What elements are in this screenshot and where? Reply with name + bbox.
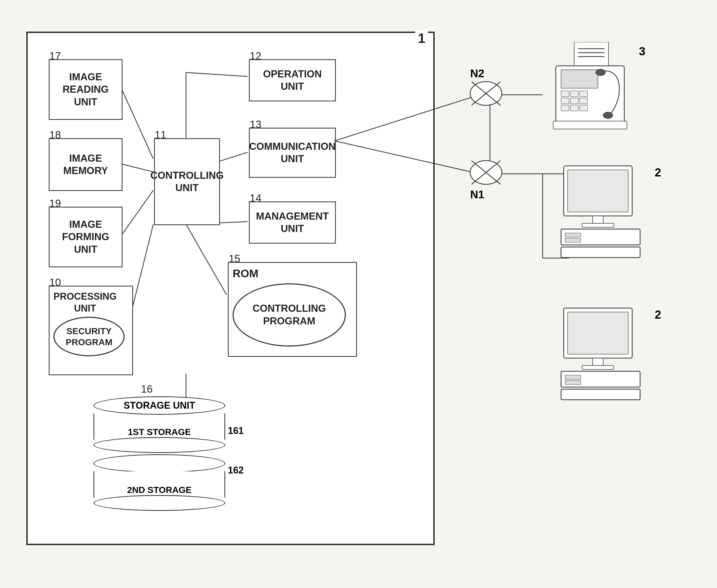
svg-line-5 (186, 72, 247, 76)
storage-2nd-bottom (94, 495, 225, 511)
image-forming-label: IMAGEFORMINGUNIT (62, 218, 109, 256)
operation-label: OPERATIONUNIT (263, 68, 322, 93)
svg-rect-32 (561, 91, 569, 97)
storage-1st-bottom (94, 437, 225, 453)
main-system-box: 1 17 (26, 31, 435, 545)
processing-label: PROCESSINGUNIT (54, 291, 117, 314)
svg-rect-53 (568, 312, 628, 354)
svg-rect-34 (579, 91, 588, 97)
svg-rect-46 (593, 216, 603, 224)
communication-unit: COMMUNICATIONUNIT (249, 128, 336, 178)
svg-rect-49 (565, 233, 581, 237)
svg-rect-26 (574, 42, 609, 68)
svg-rect-47 (582, 223, 614, 227)
communication-label: COMMUNICATIONUNIT (249, 140, 336, 165)
storage-unit: STORAGE UNIT 1ST STORAGE 2ND STORAGE (94, 396, 225, 511)
svg-rect-45 (568, 170, 628, 212)
storage-2nd-top (94, 454, 225, 472)
svg-rect-59 (561, 389, 640, 400)
computer-device-1: 2 (556, 163, 651, 265)
svg-rect-55 (582, 365, 614, 370)
image-memory-label: IMAGEMEMORY (63, 152, 108, 177)
svg-line-3 (132, 224, 153, 308)
image-reading-unit: IMAGEREADINGUNIT (49, 59, 122, 120)
fax-label: 3 (639, 45, 646, 58)
svg-rect-33 (570, 91, 578, 97)
storage-unit-label: STORAGE UNIT (124, 400, 195, 411)
main-box-label: 1 (415, 30, 428, 46)
svg-rect-38 (561, 105, 569, 111)
management-label: MANAGEMENTUNIT (256, 210, 329, 235)
svg-rect-51 (561, 247, 640, 257)
diagram-area: 1 17 (16, 21, 701, 574)
processing-unit: PROCESSINGUNIT SECURITYPROGRAM (49, 286, 133, 375)
security-program-label: SECURITYPROGRAM (66, 326, 112, 348)
n1-label: N1 (470, 188, 485, 201)
label-16: 16 (141, 383, 273, 395)
storage-2nd-label: 2ND STORAGE (127, 485, 192, 495)
computer2-label: 2 (655, 308, 661, 321)
image-forming-unit: IMAGEFORMINGUNIT (49, 207, 122, 267)
image-memory-unit: IMAGEMEMORY (49, 138, 122, 191)
image-reading-label: IMAGEREADINGUNIT (62, 71, 108, 108)
svg-rect-31 (561, 70, 598, 88)
svg-rect-43 (553, 121, 627, 129)
storage-2nd-body: 2ND STORAGE (94, 471, 225, 498)
fax-device: 3 (548, 42, 637, 138)
n2-label: N2 (470, 67, 485, 80)
security-program-oval: SECURITYPROGRAM (54, 317, 125, 356)
computer1-label: 2 (655, 166, 661, 179)
svg-rect-54 (593, 358, 603, 366)
svg-line-2 (122, 190, 153, 235)
svg-point-42 (603, 112, 613, 119)
svg-rect-57 (565, 375, 581, 379)
svg-line-0 (122, 89, 153, 159)
operation-unit: OPERATIONUNIT (249, 59, 336, 101)
svg-rect-39 (570, 105, 578, 111)
controlling-program-oval: CONTROLLINGPROGRAM (232, 284, 346, 346)
controlling-label: CONTROLLINGUNIT (150, 169, 224, 194)
label-161: 161 (228, 425, 244, 436)
svg-line-8 (186, 224, 227, 295)
rom-box: ROM CONTROLLINGPROGRAM (228, 262, 357, 357)
svg-rect-58 (565, 380, 581, 384)
storage-1st-body: 1ST STORAGE (94, 414, 225, 440)
svg-line-1 (122, 164, 153, 172)
svg-line-6 (219, 152, 247, 162)
svg-rect-40 (579, 105, 588, 111)
network-node-n2: N2 (469, 79, 503, 109)
svg-rect-36 (570, 98, 578, 104)
svg-rect-35 (561, 98, 569, 104)
computer-device-2: 2 (556, 306, 651, 406)
management-unit: MANAGEMENTUNIT (249, 202, 336, 244)
network-node-n1: N1 (469, 158, 503, 188)
rom-label: ROM (232, 267, 259, 281)
storage-unit-top: STORAGE UNIT (94, 396, 225, 415)
controlling-program-label: CONTROLLINGPROGRAM (252, 302, 326, 327)
svg-rect-37 (579, 98, 588, 104)
svg-point-41 (596, 69, 605, 76)
controlling-unit: CONTROLLINGUNIT (154, 138, 220, 225)
svg-rect-50 (565, 238, 581, 242)
storage-area: 16 STORAGE UNIT 1ST STORAGE 2ND STORAGE (94, 383, 225, 511)
storage-1st-label: 1ST STORAGE (128, 427, 191, 437)
label-162: 162 (228, 465, 244, 476)
